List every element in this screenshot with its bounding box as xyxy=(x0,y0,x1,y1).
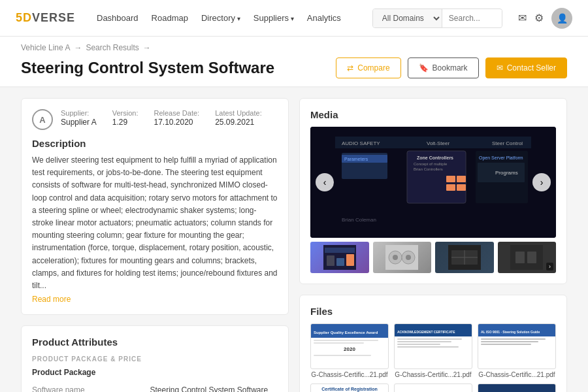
supplier-avatar: A xyxy=(32,109,53,130)
files-card: Files Supplier Quality Excellence Award … xyxy=(299,295,567,392)
nav-dashboard[interactable]: Dashboard xyxy=(97,13,139,23)
media-thumb-4[interactable]: › xyxy=(498,242,557,273)
version-label: Version: xyxy=(112,109,139,117)
file-item[interactable]: Supplier Quality Excellence Award 2020 G… xyxy=(310,323,389,378)
media-main-display: AUDIO SAFETY Volt-Steer Steer Control Pa… xyxy=(310,127,556,238)
release-value: 17.10.2020 xyxy=(154,118,193,127)
svg-rect-14 xyxy=(446,184,455,191)
svg-rect-35 xyxy=(510,245,543,270)
attributes-table: Software nameSteering Control System Sof… xyxy=(32,382,278,392)
right-column: Media AUDIO SAFETY Volt-Steer Steer Cont… xyxy=(299,98,567,392)
avatar[interactable]: 👤 xyxy=(551,8,572,29)
nav-roadmap[interactable]: Roadmap xyxy=(152,13,188,23)
svg-text:Open Server Platform: Open Server Platform xyxy=(479,155,523,161)
attributes-title: Product Attributes xyxy=(32,336,278,348)
description-text: We deliver steering test equipment to he… xyxy=(32,154,278,292)
nav-suppliers[interactable]: Suppliers xyxy=(253,13,294,23)
mail-icon[interactable]: ✉ xyxy=(518,12,527,24)
update-field: Latest Update: 25.09.2021 xyxy=(215,109,262,127)
supplier-value: Supplier A xyxy=(61,118,97,127)
svg-rect-12 xyxy=(446,176,455,182)
svg-rect-25 xyxy=(346,254,354,266)
logo-text: 5DVERSE xyxy=(16,11,75,24)
files-title: Files xyxy=(310,306,556,317)
file-item[interactable]: Certificate of Registration of Quality M… xyxy=(310,384,389,392)
supplier-label: Supplier: xyxy=(61,109,97,117)
nav-analytics[interactable]: Analytics xyxy=(307,13,341,23)
filter-icon[interactable]: ⚙ xyxy=(534,12,544,24)
svg-text:Programs: Programs xyxy=(495,170,518,176)
files-grid: Supplier Quality Excellence Award 2020 G… xyxy=(310,323,556,392)
file-name: G-Chassis-Certific...21.pdf xyxy=(394,371,472,378)
contact-button[interactable]: ✉ Contact Seller xyxy=(485,57,567,78)
compare-button[interactable]: ⇄ Compare xyxy=(336,57,400,78)
navbar: 5DVERSE Dashboard Roadmap Directory Supp… xyxy=(0,0,588,37)
header-actions: ⇄ Compare 🔖 Bookmark ✉ Contact Seller xyxy=(336,57,567,78)
search-bar: All Domains 🔍 xyxy=(372,8,502,28)
attr-label: Software name xyxy=(32,382,150,392)
svg-rect-15 xyxy=(457,184,466,191)
nav-directory[interactable]: Directory xyxy=(201,13,240,23)
svg-rect-13 xyxy=(457,176,466,182)
table-row: Software nameSteering Control System Sof… xyxy=(32,382,278,392)
page-header: Steering Control System Software ⇄ Compa… xyxy=(0,55,588,87)
update-value: 25.09.2021 xyxy=(215,118,254,127)
breadcrumb-results[interactable]: Search Results xyxy=(86,43,139,52)
supplier-row: A Supplier: Supplier A Version: 1.29 Rel… xyxy=(32,109,278,130)
svg-text:Volt-Steer: Volt-Steer xyxy=(427,140,449,146)
svg-text:Steer Control: Steer Control xyxy=(492,140,523,146)
media-thumb-2[interactable] xyxy=(373,242,432,273)
file-item[interactable]: G-Chassis-Certific...21.pdf xyxy=(478,384,556,392)
media-thumbnails: › xyxy=(310,242,556,273)
video-bg: AUDIO SAFETY Volt-Steer Steer Control Pa… xyxy=(310,127,556,238)
breadcrumb: Vehicle Line A → Search Results → xyxy=(0,37,588,55)
svg-rect-37 xyxy=(527,252,536,263)
logo: 5DVERSE xyxy=(16,11,81,25)
bookmark-icon: 🔖 xyxy=(419,63,429,73)
supplier-details: Supplier: Supplier A Version: 1.29 Relea… xyxy=(61,109,262,127)
attr-value: Steering Control System Software xyxy=(150,382,278,392)
media-svg: AUDIO SAFETY Volt-Steer Steer Control Pa… xyxy=(335,137,531,228)
file-item[interactable]: TÜV NORD CERTIFICATE G-Chassis-Certific.… xyxy=(394,384,472,392)
group-title: Product Package xyxy=(32,368,278,377)
domain-select[interactable]: All Domains xyxy=(373,9,442,27)
breadcrumb-sep2: → xyxy=(143,43,151,52)
supplier-name-field: Supplier: Supplier A xyxy=(61,109,97,127)
description-card: A Supplier: Supplier A Version: 1.29 Rel… xyxy=(21,98,289,315)
search-input[interactable] xyxy=(442,10,502,27)
svg-text:Concept of multiple: Concept of multiple xyxy=(414,162,448,166)
nav-links: Dashboard Roadmap Directory Suppliers An… xyxy=(97,13,341,23)
version-field: Version: 1.29 xyxy=(112,109,139,127)
svg-rect-23 xyxy=(327,255,335,266)
bookmark-button[interactable]: 🔖 Bookmark xyxy=(408,57,479,78)
media-next-button[interactable]: › xyxy=(532,173,551,191)
file-name: G-Chassis-Certific...21.pdf xyxy=(478,371,556,378)
page-title: Steering Control System Software xyxy=(21,59,274,77)
release-label: Release Date: xyxy=(154,109,199,117)
media-title: Media xyxy=(310,109,556,120)
nav-icons: ✉ ⚙ 👤 xyxy=(518,8,572,29)
svg-text:Parameters: Parameters xyxy=(344,157,368,161)
thumb-svg-1 xyxy=(323,245,356,270)
file-item[interactable]: ACKNOWLEDGEMENT CERTIFICATE G-Chassis-Ce… xyxy=(394,323,472,378)
media-prev-button[interactable]: ‹ xyxy=(316,173,334,191)
thumb-svg-4 xyxy=(510,245,543,270)
breadcrumb-sep1: → xyxy=(74,43,82,52)
svg-text:Brian Controllers: Brian Controllers xyxy=(414,167,443,171)
breadcrumb-vehicle[interactable]: Vehicle Line A xyxy=(21,43,70,52)
svg-point-29 xyxy=(393,255,398,260)
compare-icon: ⇄ xyxy=(347,63,353,73)
main-content: A Supplier: Supplier A Version: 1.29 Rel… xyxy=(0,88,588,392)
section-label: PRODUCT PACKAGE & PRICE xyxy=(32,355,278,363)
file-item[interactable]: AL ISO 9001 · Steering Solution Guide G-… xyxy=(478,323,556,378)
svg-text:Brian Coleman: Brian Coleman xyxy=(342,217,376,223)
media-thumb-3[interactable] xyxy=(435,242,494,273)
attributes-card: Product Attributes PRODUCT PACKAGE & PRI… xyxy=(21,325,289,392)
version-value: 1.29 xyxy=(112,118,127,127)
read-more-link[interactable]: Read more xyxy=(32,295,71,304)
media-thumb-1[interactable] xyxy=(310,242,369,273)
thumb-more-indicator: › xyxy=(546,263,553,270)
media-card: Media AUDIO SAFETY Volt-Steer Steer Cont… xyxy=(299,98,567,284)
svg-text:AUDIO SAFETY: AUDIO SAFETY xyxy=(342,140,380,146)
description-title: Description xyxy=(32,138,278,149)
